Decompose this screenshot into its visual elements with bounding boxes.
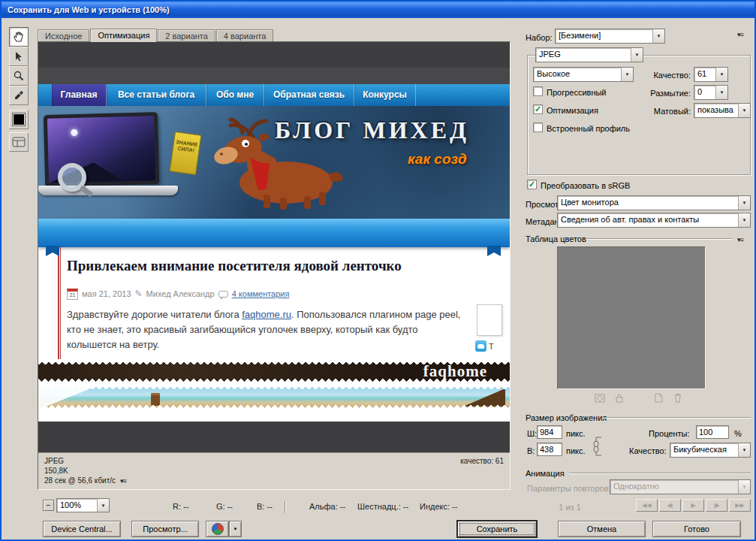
zoom-icon xyxy=(13,70,25,82)
next-frame-button: |▶ xyxy=(706,499,727,512)
zoom-chevron-icon xyxy=(97,499,109,512)
tab-2up-label: 2 варианта xyxy=(165,32,208,41)
tab-4up[interactable]: 4 варианта xyxy=(216,29,274,42)
beach-torn-edge-bottom xyxy=(38,405,510,410)
resample-quality-select[interactable]: Бикубическая xyxy=(670,443,751,458)
eyedropper-tool-button[interactable] xyxy=(9,86,29,105)
zoom-level-select[interactable]: 100% xyxy=(56,498,110,512)
tab-optimized-label: Оптимизация xyxy=(98,31,149,40)
post-meta-row: 21 мая 21, 2013 ✎ Михед Александр 4 комм… xyxy=(67,288,289,300)
preset-label: Набор: xyxy=(526,32,553,43)
webpage-post-area: Привлекаем внимание посетителя ядовой ле… xyxy=(38,247,510,359)
window-title: Сохранить для Web и устройств (100%) xyxy=(8,5,170,14)
save-for-web-dialog: Сохранить для Web и устройств (100%) Исх… xyxy=(0,0,756,541)
magnifier-image xyxy=(58,163,86,192)
resample-chevron-icon xyxy=(738,443,750,457)
default-browser-button[interactable] xyxy=(206,521,229,537)
metadata-value: Сведения об авт. правах и контакты xyxy=(558,213,738,227)
shift-web-palette-icon xyxy=(593,392,607,403)
hand-tool-button[interactable] xyxy=(9,27,29,47)
height-unit: пикс. xyxy=(566,446,586,456)
chevron-down-icon: ▼ xyxy=(233,527,238,531)
percent-input[interactable] xyxy=(696,425,729,439)
preset-chevron-icon xyxy=(652,29,664,43)
webpage-blue-ribbon xyxy=(38,219,510,247)
tab-original[interactable]: Исходное xyxy=(38,29,89,42)
tool-palette xyxy=(9,27,30,152)
zoom-tool-button[interactable] xyxy=(9,66,29,86)
convert-srgb-checkbox[interactable]: ✓ xyxy=(527,180,537,189)
preview-canvas[interactable]: Главная Все статьи блога Обо мне Обратна… xyxy=(38,42,510,452)
readout-r: R: -- xyxy=(173,502,188,511)
tab-optimized[interactable]: Оптимизация xyxy=(90,29,157,42)
save-button[interactable]: Сохранить xyxy=(457,521,537,537)
preview-mode-select[interactable]: Цвет монитора xyxy=(557,195,751,210)
matte-select[interactable]: показыва xyxy=(694,103,751,118)
last-frame-button: ▶▶ xyxy=(729,499,751,512)
optimized-checkbox[interactable]: ✓ xyxy=(533,104,543,114)
eyedropper-icon xyxy=(13,89,25,101)
device-central-button[interactable]: Device Central... xyxy=(43,521,121,537)
hand-icon xyxy=(13,31,25,43)
faqhome-strip: faqhome xyxy=(38,359,510,384)
progressive-checkbox[interactable] xyxy=(533,86,543,96)
compression-quality-select[interactable]: Высокое xyxy=(533,67,634,82)
optimize-menu-icon[interactable]: ▾≡ xyxy=(737,31,743,38)
webpage-nav-feedback: Обратная связь xyxy=(264,84,354,106)
cancel-button[interactable]: Отмена xyxy=(558,521,646,537)
webpage-nav-about: Обо мне xyxy=(206,84,264,106)
embedded-profile-checkbox[interactable] xyxy=(533,122,543,132)
loop-options-label: Параметры повторов: xyxy=(527,483,611,494)
share-widget-box xyxy=(477,304,502,336)
metadata-select[interactable]: Сведения об авт. правах и контакты xyxy=(557,213,751,228)
faqhome-link: faqhome.ru xyxy=(242,309,291,320)
blur-field[interactable]: 0 xyxy=(694,85,728,100)
post-comments-link: 4 комментария xyxy=(232,289,290,298)
boat-bow-image xyxy=(463,388,505,407)
format-select[interactable]: JPEG xyxy=(535,47,643,62)
webpage-nav-contests: Конкурсы xyxy=(354,84,416,106)
tweet-label: Т xyxy=(489,342,494,351)
pencil-icon: ✎ xyxy=(135,289,143,299)
preview-frame: Главная Все статьи блога Обо мне Обратна… xyxy=(38,41,511,490)
height-label: В: xyxy=(527,446,535,456)
browser-list-chevron[interactable]: ▼ xyxy=(229,521,242,537)
calendar-icon: 21 xyxy=(67,289,78,300)
loop-options-select: Однократно xyxy=(610,479,751,494)
beach-image-strip xyxy=(38,384,510,410)
done-button[interactable]: Готово xyxy=(652,521,741,537)
book-image: ЗНАНИЕ СИЛА! xyxy=(169,131,201,175)
height-input[interactable] xyxy=(537,443,562,456)
width-input[interactable] xyxy=(537,425,562,439)
convert-srgb-label: Преобразовать в sRGB xyxy=(541,180,630,191)
preview-in-browser-button[interactable]: Просмотр... xyxy=(131,521,199,537)
preset-select[interactable]: [Безимени] xyxy=(555,29,665,44)
width-label: Ш: xyxy=(527,428,537,439)
laptop-base-image xyxy=(38,186,178,195)
eyedropper-color-well[interactable] xyxy=(9,110,29,129)
first-frame-button: ◀◀ xyxy=(636,499,658,512)
tab-4up-label: 4 варианта xyxy=(224,32,267,41)
width-unit: пикс. xyxy=(566,428,586,439)
quality-slider-field[interactable]: 61 xyxy=(694,67,728,82)
new-color-icon xyxy=(652,392,665,403)
annotation-file-size: 150,8K xyxy=(44,467,68,475)
webpage-footer-bar xyxy=(38,422,510,452)
color-table-menu-icon[interactable]: ▾≡ xyxy=(737,236,743,243)
webpage-header-image: ЗНАНИЕ СИЛА! xyxy=(38,106,510,219)
slice-select-tool-button[interactable] xyxy=(9,47,29,66)
toggle-slices-visibility-button[interactable] xyxy=(9,132,29,152)
annotation-quality: качество: 61 xyxy=(460,457,504,465)
annotation-format: JPEG xyxy=(44,457,64,465)
tab-2up[interactable]: 2 варианта xyxy=(158,29,215,42)
image-size-divider xyxy=(602,417,751,419)
frame-counter: 1 из 1 xyxy=(536,502,604,512)
previous-frame-button: ◀| xyxy=(659,499,681,512)
blur-label: Размытие: xyxy=(650,88,691,98)
zoom-out-button[interactable]: − xyxy=(43,500,54,511)
preview-mode-value: Цвет монитора xyxy=(558,196,738,210)
annotation-menu-icon[interactable]: ▾≡ xyxy=(120,477,126,485)
beach-torn-edge-top xyxy=(38,384,510,389)
post-title: Привлекаем внимание посетителя ядовой ле… xyxy=(67,258,507,274)
constrain-link-icon[interactable] xyxy=(592,435,602,459)
